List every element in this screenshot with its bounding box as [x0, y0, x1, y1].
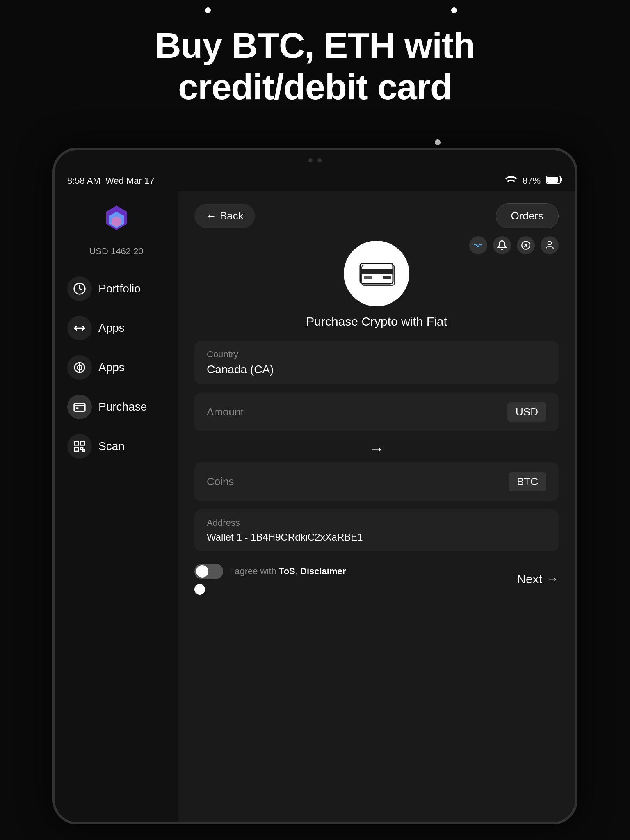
sidebar-item-purchase-label: Purchase: [98, 400, 147, 413]
svg-rect-15: [83, 450, 84, 451]
close-icon-btn[interactable]: [517, 236, 535, 254]
back-button[interactable]: ← Back: [194, 204, 255, 228]
apps1-icon: [67, 316, 92, 340]
app-logo: [100, 203, 133, 238]
sidebar: USD 1462.20 Portfolio: [55, 191, 178, 822]
hero-title: Buy BTC, ETH with credit/debit card: [0, 25, 630, 107]
coins-label: Coins: [207, 475, 234, 488]
toggle-thumb: [196, 565, 208, 578]
right-arrow-icon: →: [368, 440, 385, 458]
sidebar-item-apps1[interactable]: Apps: [55, 308, 178, 348]
purchase-icon: [67, 395, 92, 419]
top-row: ← Back Orders: [194, 203, 559, 228]
address-field[interactable]: Address Wallet 1 - 1B4H9CRdkiC2xXaRBE1: [194, 509, 559, 551]
orders-button[interactable]: Orders: [496, 203, 559, 228]
country-value: Canada (CA): [207, 363, 546, 376]
amount-row[interactable]: Amount USD: [194, 393, 559, 431]
back-arrow-icon: ←: [206, 210, 217, 222]
dot-2: [451, 7, 457, 13]
sidebar-item-scan[interactable]: Scan: [55, 427, 178, 466]
svg-point-19: [548, 241, 552, 245]
camera-dot-2: [317, 158, 322, 162]
svg-rect-11: [75, 441, 78, 445]
bell-icon-btn[interactable]: [493, 236, 511, 254]
section-title: Purchase Crypto with Fiat: [194, 315, 559, 329]
coins-row[interactable]: Coins BTC: [194, 462, 559, 501]
svg-rect-2: [547, 177, 558, 183]
coins-value: BTC: [509, 472, 546, 491]
conversion-arrow: →: [194, 440, 559, 458]
next-button[interactable]: Next →: [517, 572, 559, 586]
dot-3: [435, 139, 441, 145]
svg-rect-24: [383, 276, 391, 279]
agree-section: I agree with ToS, Disclaimer: [194, 564, 346, 595]
svg-rect-22: [360, 269, 393, 274]
svg-rect-12: [81, 441, 84, 445]
amount-label: Amount: [207, 406, 244, 418]
battery-text: 87%: [523, 176, 541, 186]
country-label: Country: [207, 349, 546, 360]
country-field[interactable]: Country Canada (CA): [194, 341, 559, 384]
sidebar-item-scan-label: Scan: [98, 440, 125, 453]
address-value: Wallet 1 - 1B4H9CRdkiC2xXaRBE1: [207, 532, 546, 543]
bottom-row: I agree with ToS, Disclaimer Next →: [194, 564, 559, 595]
next-arrow-icon: →: [546, 572, 559, 586]
card-circle: [344, 241, 409, 306]
status-time: 8:58 AM Wed Mar 17: [67, 176, 505, 186]
user-icon-btn[interactable]: [541, 236, 559, 254]
svg-rect-23: [364, 276, 372, 279]
dot-1: [205, 7, 211, 13]
portfolio-icon: [67, 276, 92, 301]
sidebar-item-portfolio-label: Portfolio: [98, 282, 141, 295]
amount-currency: USD: [507, 402, 546, 422]
agree-text: I agree with ToS, Disclaimer: [230, 566, 346, 577]
step-indicator-dot: [194, 584, 205, 595]
tablet-frame: 8:58 AM Wed Mar 17 87% USD 1462: [52, 148, 578, 824]
apps2-icon: [67, 355, 92, 380]
battery-icon: [546, 175, 563, 187]
wifi-icon: [505, 176, 517, 186]
sidebar-item-purchase[interactable]: Purchase: [55, 387, 178, 427]
camera-bar: [55, 150, 575, 171]
balance-display: USD 1462.20: [89, 246, 143, 257]
camera-dot-1: [308, 158, 313, 162]
sidebar-item-apps1-label: Apps: [98, 322, 125, 335]
waves-icon-btn[interactable]: [469, 236, 487, 254]
svg-rect-10: [74, 404, 85, 411]
agree-toggle-row: I agree with ToS, Disclaimer: [194, 564, 346, 579]
main-content: ← Back Orders Purchase Cr: [178, 191, 575, 822]
svg-rect-1: [560, 178, 562, 181]
sidebar-item-apps2[interactable]: Apps: [55, 348, 178, 387]
sidebar-item-apps2-label: Apps: [98, 361, 125, 374]
svg-rect-13: [75, 447, 78, 451]
agree-toggle[interactable]: [194, 564, 223, 579]
status-icons: 87%: [505, 175, 563, 187]
sidebar-item-portfolio[interactable]: Portfolio: [55, 269, 178, 308]
app-container: USD 1462.20 Portfolio: [55, 191, 575, 822]
svg-rect-21: [362, 265, 395, 285]
address-label: Address: [207, 518, 546, 528]
scan-icon: [67, 434, 92, 459]
status-bar: 8:58 AM Wed Mar 17 87%: [55, 171, 575, 191]
